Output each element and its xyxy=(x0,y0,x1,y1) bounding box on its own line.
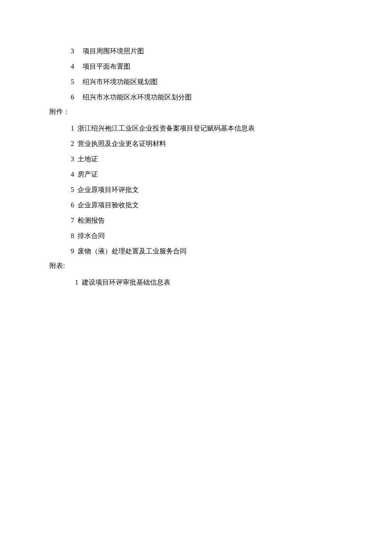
list-item-text: 企业原项目验收批文 xyxy=(78,200,349,210)
list-item-number: 8 xyxy=(71,231,78,241)
attachment-section-label: 附件： xyxy=(49,108,349,116)
list-item-number: 6 xyxy=(71,200,78,210)
list-item: 6 绍兴市水功能区水环境功能区划分图 xyxy=(71,92,349,102)
list-item-text: 建设项目环评审批基础信息表 xyxy=(82,277,349,288)
list-item: 7 检测报告 xyxy=(71,215,349,226)
list-item-text: 排水合同 xyxy=(78,231,349,241)
top-numbered-list: 3 项目周围环境照片图 4 项目平面布置图 5 绍兴市环境功能区规划图 6 绍兴… xyxy=(71,46,349,102)
list-item-text: 项目平面布置图 xyxy=(83,61,349,72)
list-item: 3 土地证 xyxy=(71,154,349,164)
list-item-text: 浙江绍兴袍江工业区企业投资备案项目登记赋码基本信息表 xyxy=(78,123,349,134)
list-item-text: 废物（液）处理处置及工业服务合同 xyxy=(78,246,349,256)
document-page: 3 项目周围环境照片图 4 项目平面布置图 5 绍兴市环境功能区规划图 6 绍兴… xyxy=(0,0,392,288)
list-item: 4 房产证 xyxy=(71,169,349,180)
list-item: 9 废物（液）处理处置及工业服务合同 xyxy=(71,246,349,256)
list-item-number: 3 xyxy=(71,46,83,56)
list-item-text: 企业原项目环评批文 xyxy=(78,185,349,195)
list-item-number: 1 xyxy=(71,123,78,134)
list-item-text: 营业执照及企业更名证明材料 xyxy=(78,139,349,149)
list-item: 5 企业原项目环评批文 xyxy=(71,185,349,195)
list-item: 6 企业原项目验收批文 xyxy=(71,200,349,210)
list-item-text: 检测报告 xyxy=(78,215,349,226)
list-item-text: 绍兴市水功能区水环境功能区划分图 xyxy=(83,92,349,102)
list-item-number: 6 xyxy=(71,92,83,102)
list-item-number: 9 xyxy=(71,246,78,256)
list-item: 1 建设项目环评审批基础信息表 xyxy=(75,277,349,288)
list-item-number: 2 xyxy=(71,139,78,149)
list-item-number: 5 xyxy=(71,185,78,195)
list-item: 1 浙江绍兴袍江工业区企业投资备案项目登记赋码基本信息表 xyxy=(71,123,349,134)
list-item-text: 项目周围环境照片图 xyxy=(83,46,349,56)
list-item-text: 绍兴市环境功能区规划图 xyxy=(83,77,349,87)
list-item-number: 4 xyxy=(71,61,83,72)
list-item-text: 土地证 xyxy=(78,154,349,164)
list-item: 8 排水合同 xyxy=(71,231,349,241)
list-item-number: 4 xyxy=(71,169,78,180)
list-item-number: 3 xyxy=(71,154,78,164)
list-item-number: 1 xyxy=(75,277,82,288)
list-item: 4 项目平面布置图 xyxy=(71,61,349,72)
attachment-list: 1 浙江绍兴袍江工业区企业投资备案项目登记赋码基本信息表 2 营业执照及企业更名… xyxy=(71,123,349,256)
list-item-number: 5 xyxy=(71,77,83,87)
appendix-section-label: 附表: xyxy=(49,262,349,270)
list-item: 3 项目周围环境照片图 xyxy=(71,46,349,56)
list-item-text: 房产证 xyxy=(78,169,349,180)
appendix-list: 1 建设项目环评审批基础信息表 xyxy=(75,277,349,288)
list-item: 2 营业执照及企业更名证明材料 xyxy=(71,139,349,149)
list-item: 5 绍兴市环境功能区规划图 xyxy=(71,77,349,87)
list-item-number: 7 xyxy=(71,215,78,226)
